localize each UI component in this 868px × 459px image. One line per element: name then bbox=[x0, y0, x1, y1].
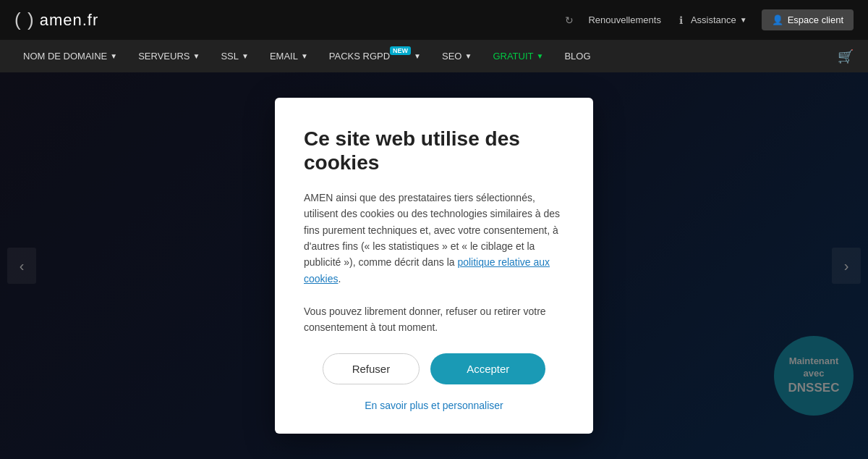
nav-serveurs-label: SERVEURS bbox=[138, 51, 190, 62]
nav-gratuit-arrow: ▼ bbox=[536, 52, 543, 60]
nav-seo-label: SEO bbox=[442, 51, 461, 62]
nav-rgpd-arrow: ▼ bbox=[414, 52, 421, 60]
nav-item-ssl[interactable]: SSL ▼ bbox=[212, 45, 257, 67]
logo-parens: ( ) bbox=[14, 9, 35, 31]
nav-item-serveurs[interactable]: SERVEURS ▼ bbox=[129, 45, 208, 67]
nav-domaine-arrow: ▼ bbox=[110, 52, 117, 60]
nav-blog-label: BLOG bbox=[564, 51, 590, 62]
refresh-icon: ↻ bbox=[565, 14, 574, 26]
nav-ssl-arrow: ▼ bbox=[242, 52, 249, 60]
modal-body: AMEN ainsi que des prestataires tiers sé… bbox=[304, 190, 564, 336]
modal-title: Ce site web utilise des cookies bbox=[304, 127, 564, 175]
assistance-label: Assistance bbox=[691, 14, 736, 25]
accepter-button[interactable]: Accepter bbox=[430, 353, 545, 384]
topbar-left: ( ) amen.fr bbox=[14, 9, 98, 31]
savoir-plus-link[interactable]: En savoir plus et personnaliser bbox=[365, 400, 503, 411]
nav-seo-arrow: ▼ bbox=[464, 52, 472, 60]
nav-item-gratuit[interactable]: GRATUIT ▼ bbox=[484, 45, 552, 67]
info-icon: ℹ bbox=[676, 14, 687, 26]
refuser-button[interactable]: Refuser bbox=[323, 353, 420, 384]
renouvellements-label: Renouvellements bbox=[588, 14, 660, 25]
assistance-arrow: ▼ bbox=[740, 16, 747, 24]
nav-item-seo[interactable]: SEO ▼ bbox=[433, 45, 480, 67]
espace-client-label: Espace client bbox=[788, 14, 843, 25]
nav-email-label: EMAIL bbox=[270, 51, 298, 62]
nav-item-domaine[interactable]: NOM DE DOMAINE ▼ bbox=[14, 45, 126, 67]
cart-icon[interactable]: 🛒 bbox=[838, 49, 854, 64]
nav-gratuit-label: GRATUIT bbox=[493, 51, 533, 62]
new-badge: NEW bbox=[390, 46, 411, 55]
hero-section: D n ‹ › Maintenant avec DNSSEC Ce site w… bbox=[0, 72, 868, 459]
nav-item-rgpd[interactable]: PACKS RGPD NEW ▼ bbox=[320, 45, 430, 67]
user-icon: 👤 bbox=[772, 14, 783, 25]
logo-text: amen.fr bbox=[40, 11, 99, 30]
nav-ssl-label: SSL bbox=[221, 51, 239, 62]
nav-item-email[interactable]: EMAIL ▼ bbox=[261, 45, 317, 67]
espace-client-button[interactable]: 👤 Espace client bbox=[762, 9, 854, 30]
logo[interactable]: ( ) amen.fr bbox=[14, 9, 98, 31]
navbar: NOM DE DOMAINE ▼ SERVEURS ▼ SSL ▼ EMAIL … bbox=[0, 40, 868, 72]
modal-overlay: Ce site web utilise des cookies AMEN ain… bbox=[0, 72, 868, 459]
topbar-right: ↻ Renouvellements ℹ Assistance ▼ 👤 Espac… bbox=[565, 9, 854, 30]
modal-body-text3: Vous pouvez librement donner, refuser ou… bbox=[304, 306, 546, 333]
assistance-link[interactable]: ℹ Assistance ▼ bbox=[676, 14, 747, 26]
modal-buttons: Refuser Accepter bbox=[304, 353, 564, 384]
nav-domaine-label: NOM DE DOMAINE bbox=[23, 51, 107, 62]
renouvellements-link[interactable]: Renouvellements bbox=[588, 14, 660, 25]
modal-body-text2: . bbox=[338, 273, 341, 285]
nav-serveurs-arrow: ▼ bbox=[193, 52, 200, 60]
cookie-modal: Ce site web utilise des cookies AMEN ain… bbox=[275, 98, 593, 434]
topbar: ( ) amen.fr ↻ Renouvellements ℹ Assistan… bbox=[0, 0, 868, 40]
nav-item-blog[interactable]: BLOG bbox=[556, 45, 599, 67]
nav-email-arrow: ▼ bbox=[301, 52, 308, 60]
modal-footer: En savoir plus et personnaliser bbox=[304, 399, 564, 412]
nav-rgpd-label: PACKS RGPD bbox=[329, 51, 390, 62]
